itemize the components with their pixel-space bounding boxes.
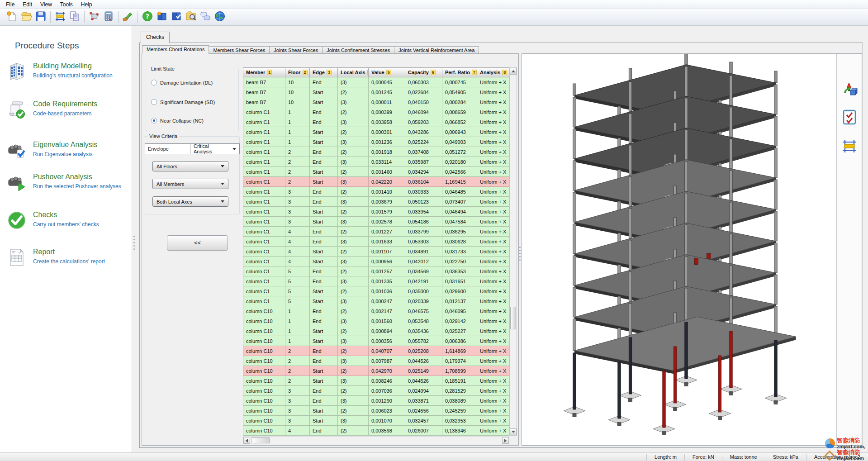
panel-splitter[interactable]	[519, 247, 521, 261]
hscroll-thumb[interactable]	[251, 437, 270, 443]
table-row[interactable]: column C101Start(3)0,0003560,0557820,006…	[243, 336, 509, 346]
table-row[interactable]: column C103Start(3)0,0010700,0324570,032…	[243, 416, 509, 426]
table-row[interactable]: beam B710Start(2)0,0012450,0226840,05490…	[243, 87, 509, 97]
table-row[interactable]: column C14Start(3)0,0009560,0420120,0227…	[243, 257, 509, 266]
scroll-down-button[interactable]	[510, 428, 517, 435]
dropdown-both-local-axes[interactable]: Both Local Axes	[152, 196, 228, 207]
model-3d-button[interactable]	[87, 10, 101, 24]
table-row[interactable]: column C101End(2)0,0021470,0465750,04609…	[243, 306, 509, 316]
table-row[interactable]: column C102Start(2)0,0429700,0251491,708…	[243, 366, 509, 376]
table-row[interactable]: column C15Start(2)0,0010360,0350000,0296…	[243, 286, 509, 296]
sidebar-item-building-modelling[interactable]: Building ModellingBuilding's structural …	[6, 61, 128, 82]
table-row[interactable]: column C101End(3)0,0015600,0535480,02914…	[243, 316, 509, 326]
envelope-combo[interactable]: Envelope Critical Analysis	[145, 143, 240, 154]
table-row[interactable]: column C12Start(2)0,0014600,0342940,0425…	[243, 167, 509, 177]
sidebar-item-checks[interactable]: ChecksCarry out members' checks	[6, 210, 128, 231]
table-row[interactable]: column C103End(3)0,0012900,0338710,03808…	[243, 396, 509, 406]
menu-file[interactable]: File	[2, 0, 19, 9]
manual-book-button[interactable]	[155, 10, 169, 24]
radio-damage-limitation-dl-[interactable]: Damage Limitation (DL)	[151, 80, 213, 86]
table-row[interactable]: column C13Start(3)0,0025780,0541860,0475…	[243, 217, 509, 227]
column-header-perf-ratio[interactable]: Perf. Ratio7	[442, 67, 477, 77]
radio-button[interactable]	[151, 80, 157, 86]
column-header-local-axis[interactable]: Local Axis4	[338, 67, 369, 77]
folder-search-button[interactable]	[184, 10, 198, 24]
subtab-joints-confinement-stresses[interactable]: Joints Confinement Stresses	[323, 46, 394, 54]
open-folder-button[interactable]	[19, 10, 33, 24]
table-row[interactable]: column C14Start(2)0,0011070,0348910,0317…	[243, 247, 509, 257]
sidebar-item-eigenvalue-analysis[interactable]: Eigenvalue AnalysisRun Eigenvalue analys…	[6, 140, 128, 161]
table-row[interactable]: column C102End(3)0,0079870,0445260,17937…	[243, 356, 509, 366]
save-button[interactable]	[33, 10, 48, 24]
table-row[interactable]: column C11End(2)0,0003990,0460940,008659…	[243, 107, 509, 117]
scroll-up-button[interactable]	[510, 68, 517, 75]
collapse-panel-button[interactable]: <<	[167, 235, 228, 251]
analysis-checklist-button[interactable]	[841, 109, 858, 125]
table-row[interactable]: column C11Start(3)0,0012360,0252240,0490…	[243, 137, 509, 147]
table-row[interactable]: column C13End(3)0,0036790,0501230,073407…	[243, 197, 509, 207]
vscroll-thumb[interactable]	[510, 307, 516, 329]
sidebar-item-pushover-analysis[interactable]: Pushover AnalysisRun the selected Pushov…	[6, 172, 128, 193]
column-header-capacity[interactable]: Capacity6	[405, 67, 442, 77]
radio-significant-damage-sd-[interactable]: Significant Damage (SD)	[151, 99, 215, 105]
table-row[interactable]: beam B710End(3)0,0000450,0603030,000745U…	[243, 77, 509, 87]
radio-near-collapse-nc-[interactable]: Near Collapse (NC)	[151, 118, 204, 124]
menu-edit[interactable]: Edit	[19, 0, 36, 9]
comments-button[interactable]	[198, 10, 213, 24]
table-row[interactable]: column C12Start(3)0,0422200,0361041,1694…	[243, 177, 509, 187]
rotate-view-button[interactable]	[841, 81, 858, 97]
table-row[interactable]: column C13End(2)0,0014100,0303330,046485…	[243, 187, 509, 197]
sidebar-splitter[interactable]	[133, 236, 135, 250]
help-button[interactable]: ?	[140, 10, 155, 24]
table-row[interactable]: column C101Start(2)0,0008940,0354360,025…	[243, 326, 509, 336]
sidebar-item-code-requirements[interactable]: Code RequirementsCode-based parameters	[6, 99, 128, 120]
table-row[interactable]: column C104End(2)0,0035980,0260070,13834…	[243, 426, 509, 436]
scroll-left-button[interactable]	[243, 437, 250, 444]
model-3d-view[interactable]	[522, 54, 837, 445]
table-row[interactable]: column C102Start(3)0,0082460,0445260,185…	[243, 376, 509, 386]
member-section-button[interactable]	[841, 138, 858, 154]
column-header-edge[interactable]: Edge3	[310, 67, 338, 77]
table-row[interactable]: column C103Start(2)0,0060230,0245560,245…	[243, 406, 509, 416]
radio-button[interactable]	[151, 99, 157, 105]
radio-button[interactable]	[151, 118, 157, 124]
table-row[interactable]: column C102End(2)0,0407070,0252081,61486…	[243, 346, 509, 356]
globe-button[interactable]	[213, 10, 227, 24]
subtab-joints-vertical-reinforcement-area[interactable]: Joints Vertical Reinforcement Area	[394, 46, 479, 54]
new-file-button[interactable]	[5, 10, 19, 24]
menu-view[interactable]: View	[36, 0, 56, 9]
subtab-members-chord-rotations[interactable]: Members Chord Rotations	[142, 45, 209, 54]
column-header-floor[interactable]: Floor2	[285, 67, 310, 77]
paint-brush-button[interactable]	[121, 10, 135, 24]
table-row[interactable]: column C14End(3)0,0016330,0533030,030628…	[243, 237, 509, 247]
calculator-button[interactable]	[101, 10, 116, 24]
table-row[interactable]: column C103End(2)0,0070360,0249940,28152…	[243, 386, 509, 396]
copy-document-button[interactable]	[67, 10, 82, 24]
table-row[interactable]: column C13Start(2)0,0015790,0339540,0464…	[243, 207, 509, 217]
tab-checks[interactable]: Checks	[141, 32, 170, 43]
table-row[interactable]: column C15End(3)0,0013350,0421910,031651…	[243, 276, 509, 286]
sidebar-item-report[interactable]: ReportCreate the calculations' report	[6, 247, 128, 268]
table-row[interactable]: column C12End(3)0,0331140,0359870,920180…	[243, 157, 509, 167]
menu-help[interactable]: Help	[77, 0, 96, 9]
menu-tools[interactable]: Tools	[56, 0, 77, 9]
table-row[interactable]: column C11Start(2)0,0003010,0432860,0069…	[243, 127, 509, 137]
column-header-member[interactable]: Member1	[243, 67, 285, 77]
subtab-members-shear-forces[interactable]: Members Shear Forces	[209, 46, 270, 54]
table-row[interactable]: beam B710Start(3)0,0000110,0401500,00028…	[243, 97, 509, 107]
table-row[interactable]: column C15Start(3)0,0002470,0203390,0121…	[243, 296, 509, 306]
subtab-joints-shear-forces[interactable]: Joints Shear Forces	[270, 46, 323, 54]
table-row[interactable]: column C11End(3)0,0039580,0592030,066852…	[243, 117, 509, 127]
table-row[interactable]: column C14End(2)0,0012270,0337990,036295…	[243, 227, 509, 237]
table-row[interactable]: column C15End(2)0,0012570,0345690,036353…	[243, 266, 509, 276]
dropdown-all-members[interactable]: All Members	[152, 179, 228, 189]
critical-analysis-select[interactable]: Critical Analysis	[190, 144, 239, 154]
column-header-analysis[interactable]: Analysis8	[477, 67, 509, 77]
table-row[interactable]: column C12End(2)0,0019180,0374080,051272…	[243, 147, 509, 157]
frame-section-button[interactable]	[53, 10, 67, 24]
table-vertical-scrollbar[interactable]	[509, 67, 517, 436]
dropdown-all-floors[interactable]: All Floors	[152, 161, 228, 171]
check-book-button[interactable]	[169, 10, 184, 24]
scroll-right-button[interactable]	[502, 437, 509, 444]
table-horizontal-scrollbar[interactable]	[243, 437, 509, 444]
